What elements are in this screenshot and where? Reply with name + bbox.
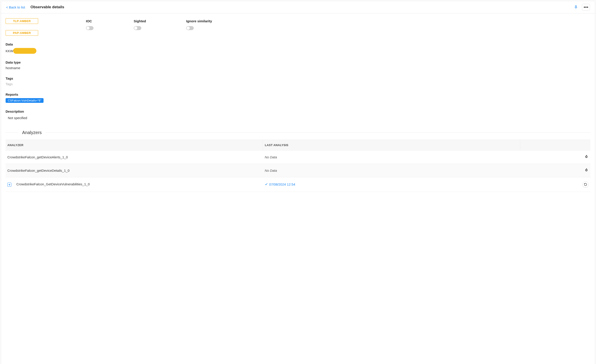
tlp-chip[interactable]: TLP:AMBER [6,18,38,24]
more-icon: ••• [583,5,588,10]
fire-icon [584,168,589,172]
observable-details-panel: < Back to list Observable details ••• TL… [1,1,595,364]
analyzer-row: + CrowdstrikeFalcon_GetDeviceVulnerabili… [6,177,590,192]
data-type-field: Data type hostname [6,60,590,70]
analyzers-title: Analyzers [18,130,46,135]
more-actions-button[interactable]: ••• [582,4,590,10]
analyzer-name: CrowdstrikeFalcon_getDeviceAlerts_1_0 [7,155,68,159]
data-field-value: KKW [6,48,36,54]
ioc-toggle-block: IOC [86,19,94,30]
sighted-toggle-block: Sighted [134,19,146,30]
expand-analyzer-button[interactable]: + [7,183,11,187]
sighted-label: Sighted [134,19,146,23]
analyzer-last-nodata: No Data [265,155,277,159]
analyzers-col-actions [520,140,590,151]
page-title: Observable details [30,5,64,9]
pin-icon[interactable] [573,4,579,10]
analyzer-name: CrowdstrikeFalcon_getDeviceDetails_1_0 [7,169,69,172]
tags-placeholder[interactable]: Tags [6,82,590,86]
header-right: ••• [573,4,590,10]
data-field: Data KKW [6,42,590,54]
analyzer-last-date: 07/08/2024 12:54 [269,182,295,186]
data-type-label: Data type [6,60,590,64]
fire-icon [584,154,589,159]
refresh-icon [584,183,587,186]
back-to-list-link[interactable]: < Back to list [6,5,25,9]
tags-label: Tags [6,77,590,80]
sighted-toggle[interactable] [134,26,141,30]
check-icon [265,183,268,186]
description-field: Description Not specified [6,109,590,120]
rerun-analyzer-button[interactable] [582,181,589,188]
analyzer-last-success[interactable]: 07/08/2024 12:54 [265,182,295,186]
reports-label: Reports [6,93,590,96]
toggles-row: IOC Sighted Ignore similarity [86,18,590,30]
svg-point-0 [586,157,587,157]
data-value-prefix: KKW [6,49,13,53]
reports-field: Reports CSFalcon:VulnDetails="6" [6,93,590,103]
panel-content: TLP:AMBER PAP:AMBER IOC Sighted Ignore s… [1,13,595,201]
panel-header: < Back to list Observable details ••• [1,1,595,13]
analyzers-col-analyzer: ANALYZER [6,140,263,151]
ignore-similarity-label: Ignore similarity [186,19,212,23]
analyzer-row: CrowdstrikeFalcon_getDeviceAlerts_1_0 No… [6,151,590,164]
pap-chip[interactable]: PAP:AMBER [6,30,38,36]
ioc-toggle[interactable] [86,26,94,30]
reports-list: CSFalcon:VulnDetails="6" [6,98,590,103]
run-analyzer-button[interactable] [584,154,589,159]
data-field-label: Data [6,42,590,46]
tags-field: Tags Tags [6,77,590,86]
analyzers-section-heading: Analyzers [6,130,590,135]
ioc-label: IOC [86,19,94,23]
taxonomy-chips: TLP:AMBER PAP:AMBER [6,18,86,36]
ignore-similarity-toggle-block: Ignore similarity [186,19,212,30]
analyzer-row: CrowdstrikeFalcon_getDeviceDetails_1_0 N… [6,164,590,177]
ignore-similarity-toggle[interactable] [186,26,194,30]
svg-point-1 [586,170,587,171]
run-analyzer-button[interactable] [584,168,589,172]
taxonomy-and-toggles-row: TLP:AMBER PAP:AMBER IOC Sighted Ignore s… [6,18,590,36]
analyzers-table: ANALYZER LAST ANALYSIS CrowdstrikeFalcon… [6,140,590,192]
analyzers-col-last: LAST ANALYSIS [263,140,520,151]
data-value-redacted [13,48,36,54]
analyzer-name: CrowdstrikeFalcon_GetDeviceVulnerabiliti… [16,182,90,186]
header-left: < Back to list Observable details [6,5,64,9]
analyzer-last-nodata: No Data [265,169,277,172]
description-label: Description [6,109,590,113]
description-value: Not specified [6,116,590,120]
data-type-value: hostname [6,66,590,70]
report-chip[interactable]: CSFalcon:VulnDetails="6" [6,98,44,103]
